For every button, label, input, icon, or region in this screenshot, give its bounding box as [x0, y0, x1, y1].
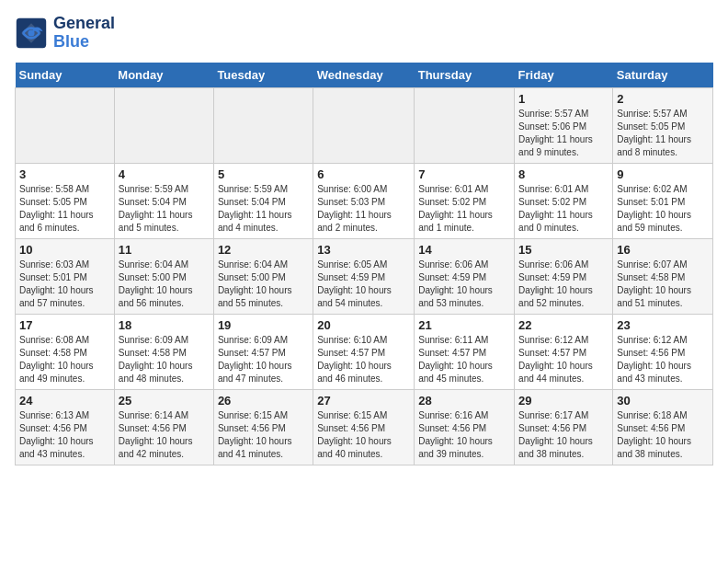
calendar-cell: 1Sunrise: 5:57 AM Sunset: 5:06 PM Daylig… — [515, 87, 613, 163]
day-info: Sunrise: 6:00 AM Sunset: 5:03 PM Dayligh… — [317, 183, 410, 235]
calendar-cell: 20Sunrise: 6:10 AM Sunset: 4:57 PM Dayli… — [313, 314, 415, 389]
logo-text: General Blue — [53, 15, 115, 52]
calendar-cell: 26Sunrise: 6:15 AM Sunset: 4:56 PM Dayli… — [213, 389, 313, 465]
day-info: Sunrise: 6:03 AM Sunset: 5:01 PM Dayligh… — [19, 259, 110, 310]
weekday-header-monday: Monday — [114, 63, 213, 88]
calendar-cell: 25Sunrise: 6:14 AM Sunset: 4:56 PM Dayli… — [114, 389, 213, 465]
logo-icon — [15, 17, 48, 50]
day-info: Sunrise: 6:12 AM Sunset: 4:57 PM Dayligh… — [518, 334, 609, 385]
day-info: Sunrise: 6:07 AM Sunset: 4:58 PM Dayligh… — [617, 259, 709, 310]
day-number: 9 — [617, 167, 709, 181]
day-info: Sunrise: 6:04 AM Sunset: 5:00 PM Dayligh… — [119, 259, 210, 310]
day-info: Sunrise: 6:06 AM Sunset: 4:59 PM Dayligh… — [418, 259, 510, 310]
weekday-header-sunday: Sunday — [16, 63, 115, 88]
day-number: 10 — [19, 243, 110, 257]
day-info: Sunrise: 6:08 AM Sunset: 4:58 PM Dayligh… — [19, 334, 110, 385]
calendar-cell: 6Sunrise: 6:00 AM Sunset: 5:03 PM Daylig… — [313, 163, 415, 238]
logo: General Blue — [15, 15, 115, 52]
page-header: General Blue — [15, 15, 713, 52]
day-info: Sunrise: 6:12 AM Sunset: 4:56 PM Dayligh… — [617, 334, 709, 385]
day-info: Sunrise: 6:14 AM Sunset: 4:56 PM Dayligh… — [119, 409, 210, 461]
calendar-cell: 12Sunrise: 6:04 AM Sunset: 5:00 PM Dayli… — [213, 238, 313, 314]
day-number: 27 — [317, 394, 410, 408]
day-info: Sunrise: 5:59 AM Sunset: 5:04 PM Dayligh… — [218, 183, 309, 235]
calendar-cell: 14Sunrise: 6:06 AM Sunset: 4:59 PM Dayli… — [415, 238, 515, 314]
calendar-cell: 18Sunrise: 6:09 AM Sunset: 4:58 PM Dayli… — [114, 314, 213, 389]
day-number: 24 — [19, 394, 110, 408]
calendar-cell: 9Sunrise: 6:02 AM Sunset: 5:01 PM Daylig… — [613, 163, 713, 238]
day-info: Sunrise: 6:15 AM Sunset: 4:56 PM Dayligh… — [317, 409, 410, 461]
weekday-header-friday: Friday — [515, 63, 613, 88]
day-info: Sunrise: 6:09 AM Sunset: 4:58 PM Dayligh… — [119, 334, 210, 385]
day-number: 19 — [218, 318, 309, 332]
day-number: 16 — [617, 243, 709, 257]
calendar-cell: 10Sunrise: 6:03 AM Sunset: 5:01 PM Dayli… — [16, 238, 115, 314]
calendar-cell: 21Sunrise: 6:11 AM Sunset: 4:57 PM Dayli… — [415, 314, 515, 389]
day-number: 8 — [518, 167, 609, 181]
day-info: Sunrise: 5:58 AM Sunset: 5:05 PM Dayligh… — [19, 183, 110, 235]
weekday-header-thursday: Thursday — [415, 63, 515, 88]
day-info: Sunrise: 6:17 AM Sunset: 4:56 PM Dayligh… — [518, 409, 609, 461]
day-number: 7 — [418, 167, 510, 181]
calendar-cell: 8Sunrise: 6:01 AM Sunset: 5:02 PM Daylig… — [515, 163, 613, 238]
calendar-cell — [114, 87, 213, 163]
day-info: Sunrise: 6:06 AM Sunset: 4:59 PM Dayligh… — [518, 259, 609, 310]
calendar-cell: 16Sunrise: 6:07 AM Sunset: 4:58 PM Dayli… — [613, 238, 713, 314]
calendar-cell — [16, 87, 115, 163]
day-info: Sunrise: 6:04 AM Sunset: 5:00 PM Dayligh… — [218, 259, 309, 310]
day-info: Sunrise: 6:11 AM Sunset: 4:57 PM Dayligh… — [418, 334, 510, 385]
day-info: Sunrise: 6:13 AM Sunset: 4:56 PM Dayligh… — [19, 409, 110, 461]
calendar-cell: 19Sunrise: 6:09 AM Sunset: 4:57 PM Dayli… — [213, 314, 313, 389]
calendar-cell: 4Sunrise: 5:59 AM Sunset: 5:04 PM Daylig… — [114, 163, 213, 238]
calendar-cell: 7Sunrise: 6:01 AM Sunset: 5:02 PM Daylig… — [415, 163, 515, 238]
calendar-cell — [213, 87, 313, 163]
day-number: 28 — [418, 394, 510, 408]
day-number: 14 — [418, 243, 510, 257]
day-info: Sunrise: 6:01 AM Sunset: 5:02 PM Dayligh… — [418, 183, 510, 235]
weekday-header-saturday: Saturday — [613, 63, 713, 88]
day-number: 17 — [19, 318, 110, 332]
day-number: 29 — [518, 394, 609, 408]
calendar-cell: 28Sunrise: 6:16 AM Sunset: 4:56 PM Dayli… — [415, 389, 515, 465]
day-info: Sunrise: 6:16 AM Sunset: 4:56 PM Dayligh… — [418, 409, 510, 461]
weekday-header-wednesday: Wednesday — [313, 63, 415, 88]
calendar-table: SundayMondayTuesdayWednesdayThursdayFrid… — [15, 63, 713, 465]
day-number: 6 — [317, 167, 410, 181]
day-info: Sunrise: 6:02 AM Sunset: 5:01 PM Dayligh… — [617, 183, 709, 235]
calendar-cell: 11Sunrise: 6:04 AM Sunset: 5:00 PM Dayli… — [114, 238, 213, 314]
day-number: 2 — [617, 92, 709, 106]
day-number: 26 — [218, 394, 309, 408]
calendar-cell: 29Sunrise: 6:17 AM Sunset: 4:56 PM Dayli… — [515, 389, 613, 465]
day-number: 1 — [518, 92, 609, 106]
day-number: 5 — [218, 167, 309, 181]
day-info: Sunrise: 6:15 AM Sunset: 4:56 PM Dayligh… — [218, 409, 309, 461]
day-number: 18 — [119, 318, 210, 332]
day-number: 30 — [617, 394, 709, 408]
day-number: 25 — [119, 394, 210, 408]
calendar-cell: 3Sunrise: 5:58 AM Sunset: 5:05 PM Daylig… — [16, 163, 115, 238]
calendar-cell: 27Sunrise: 6:15 AM Sunset: 4:56 PM Dayli… — [313, 389, 415, 465]
day-number: 13 — [317, 243, 410, 257]
calendar-cell: 30Sunrise: 6:18 AM Sunset: 4:56 PM Dayli… — [613, 389, 713, 465]
calendar-cell: 23Sunrise: 6:12 AM Sunset: 4:56 PM Dayli… — [613, 314, 713, 389]
day-info: Sunrise: 5:57 AM Sunset: 5:05 PM Dayligh… — [617, 108, 709, 159]
weekday-header-tuesday: Tuesday — [213, 63, 313, 88]
calendar-cell: 22Sunrise: 6:12 AM Sunset: 4:57 PM Dayli… — [515, 314, 613, 389]
day-info: Sunrise: 6:09 AM Sunset: 4:57 PM Dayligh… — [218, 334, 309, 385]
day-number: 12 — [218, 243, 309, 257]
day-number: 23 — [617, 318, 709, 332]
day-number: 20 — [317, 318, 410, 332]
day-info: Sunrise: 5:57 AM Sunset: 5:06 PM Dayligh… — [518, 108, 609, 159]
calendar-cell: 5Sunrise: 5:59 AM Sunset: 5:04 PM Daylig… — [213, 163, 313, 238]
day-number: 3 — [19, 167, 110, 181]
day-number: 21 — [418, 318, 510, 332]
day-number: 4 — [119, 167, 210, 181]
day-number: 22 — [518, 318, 609, 332]
calendar-cell — [415, 87, 515, 163]
day-number: 11 — [119, 243, 210, 257]
calendar-cell: 17Sunrise: 6:08 AM Sunset: 4:58 PM Dayli… — [16, 314, 115, 389]
day-info: Sunrise: 6:10 AM Sunset: 4:57 PM Dayligh… — [317, 334, 410, 385]
calendar-cell: 24Sunrise: 6:13 AM Sunset: 4:56 PM Dayli… — [16, 389, 115, 465]
day-info: Sunrise: 6:01 AM Sunset: 5:02 PM Dayligh… — [518, 183, 609, 235]
day-info: Sunrise: 5:59 AM Sunset: 5:04 PM Dayligh… — [119, 183, 210, 235]
